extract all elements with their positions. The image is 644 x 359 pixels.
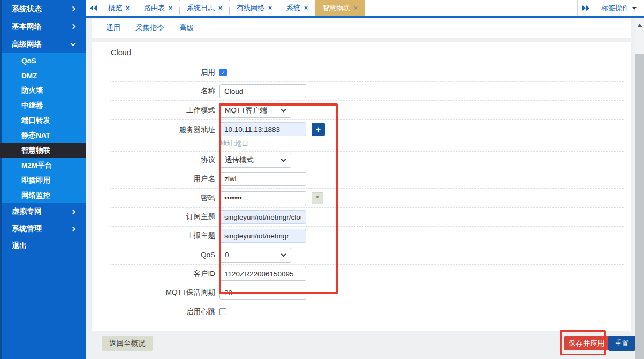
scrollbar-thumb[interactable] [635,54,644,359]
save-apply-button[interactable]: 保存并应用 [564,336,610,350]
reset-button[interactable]: 重置 [608,336,635,351]
sidebar-item-dmz[interactable]: DMZ [0,68,86,83]
chevron-right-icon [71,6,76,12]
sidebar-item-static-nat[interactable]: 静态NAT [0,128,86,143]
row-work-mode: 工作模式 MQTT客户端 [110,100,624,119]
row-subscribe-topic: 订阅主题 [110,207,624,226]
tab-overview[interactable]: 概览 × [101,0,137,16]
tab-label: 有线网络 [237,3,264,13]
sidebar-item-qos[interactable]: QoS [0,53,86,68]
subtab-general[interactable]: 通用 [106,23,120,33]
subtab-strip: 通用 采集指令 高级 [92,18,631,38]
sidebar-item-vpn[interactable]: 虚拟专网 [0,203,86,220]
keepalive-input[interactable] [219,286,306,300]
field-label: 启用心跳 [110,307,219,317]
chevron-right-icon [71,24,76,29]
row-client-id: 客户ID [110,264,624,283]
cloud-settings-card: Cloud 启用 ✓ 名称 工作模式 MQTT客户端 服务器地址 [92,42,631,331]
name-input[interactable] [219,84,306,98]
sidebar-item-basic-network[interactable]: 基本网络 [0,18,86,35]
qos-select[interactable]: 0 [219,248,291,263]
subscribe-topic-input[interactable] [219,210,306,224]
work-mode-value: MQTT客户端 [225,106,267,115]
row-protocol: 协议 透传模式 [110,151,624,169]
scroll-up-arrow-icon[interactable] [637,24,642,27]
tab-smart-iot[interactable]: 智慧物联 × [315,0,365,16]
row-password: 密码 * [110,188,624,207]
close-icon[interactable]: × [304,5,308,11]
sidebar-item-label: 基本网络 [12,22,42,32]
tabs-scroll-right-button[interactable] [578,0,594,16]
field-label: 密码 [110,193,219,203]
protocol-value: 透传模式 [225,155,254,165]
field-label: 订阅主题 [110,212,219,222]
tab-system-log[interactable]: 系统日志 × [179,0,229,16]
close-icon[interactable]: × [354,5,358,11]
vertical-scrollbar[interactable] [635,18,644,359]
chevron-down-icon [281,157,286,162]
double-right-arrow-icon [582,5,586,11]
router-admin-app: 系统状态 基本网络 高级网络 QoS DMZ 防火墙 中继器 端口转发 静态NA… [0,0,644,359]
field-label: 用户名 [110,174,219,184]
report-topic-input[interactable] [219,229,306,243]
sidebar-item-advanced-network[interactable]: 高级网络 [0,35,86,53]
advanced-network-submenu: QoS DMZ 防火墙 中继器 端口转发 静态NAT 智慧物联 M2M平台 即插… [0,53,86,203]
password-input[interactable] [219,191,306,205]
tab-route-table[interactable]: 路由表 × [137,0,179,16]
work-mode-select[interactable]: MQTT客户端 [219,103,291,118]
sidebar-item-smart-iot[interactable]: 智慧物联 [0,143,86,158]
sidebar-item-label: 系统状态 [12,4,42,14]
double-left-arrow-icon [94,5,97,11]
sidebar-item-system-status[interactable]: 系统状态 [0,0,86,18]
tab-operations-menu[interactable]: 标签操作 [594,0,644,16]
close-icon[interactable]: × [268,5,272,11]
client-id-input[interactable] [219,267,306,281]
row-qos: QoS 0 [110,245,624,264]
subtab-advanced[interactable]: 高级 [179,23,194,33]
tab-label: 系统日志 [187,3,215,13]
server-address-input[interactable] [219,122,306,136]
heartbeat-checkbox[interactable] [219,308,226,315]
field-label: 名称 [110,86,219,96]
close-icon[interactable]: × [169,5,172,11]
row-username: 用户名 [110,169,624,188]
subtab-collect-commands[interactable]: 采集指令 [135,23,164,33]
chevron-down-icon [71,41,76,46]
enable-checkbox[interactable]: ✓ [219,69,227,76]
field-label: 上报主题 [110,231,219,241]
chevron-right-icon [71,209,76,214]
field-label: MQTT保活周期 [110,288,219,297]
protocol-select[interactable]: 透传模式 [219,153,291,168]
sidebar-item-port-forward[interactable]: 端口转发 [0,113,86,128]
field-label: 启用 [110,68,219,77]
sidebar: 系统状态 基本网络 高级网络 QoS DMZ 防火墙 中继器 端口转发 静态NA… [0,0,86,359]
tab-wired-network[interactable]: 有线网络 × [229,0,279,16]
tab-label: 智慧物联 [322,3,350,13]
sidebar-item-m2m-platform[interactable]: M2M平台 [0,158,86,173]
sidebar-item-repeater[interactable]: 中继器 [0,98,86,113]
chevron-right-icon [71,226,76,231]
tabs-scroll-left-button[interactable] [86,0,101,16]
tab-system[interactable]: 系统 × [279,0,315,16]
sidebar-item-label: 虚拟专网 [12,207,42,216]
sidebar-item-label: 系统管理 [12,224,42,234]
chevron-down-icon [281,251,286,257]
sidebar-item-firewall[interactable]: 防火墙 [0,83,86,98]
qos-value: 0 [225,251,229,259]
sidebar-item-system-mgmt[interactable]: 系统管理 [0,220,86,237]
username-input[interactable] [219,172,306,186]
double-left-arrow-icon [90,5,93,11]
close-icon[interactable]: × [126,5,130,11]
password-reveal-button[interactable]: * [312,192,323,204]
tab-label: 系统 [286,3,300,13]
back-to-overview-button[interactable]: 返回至概况 [102,336,153,351]
sidebar-item-network-monitor[interactable]: 网络监控 [0,188,86,203]
sidebar-item-logout[interactable]: 退出 [0,237,86,255]
field-label: 服务器地址 [110,120,219,135]
sidebar-item-plug-and-play[interactable]: 即插即用 [0,173,86,188]
close-icon[interactable]: × [218,5,222,11]
double-right-arrow-icon [586,5,589,11]
row-server-address: 服务器地址 + 地址:端口 [110,119,624,151]
row-report-topic: 上报主题 [110,226,624,245]
add-server-button[interactable]: + [312,123,325,136]
